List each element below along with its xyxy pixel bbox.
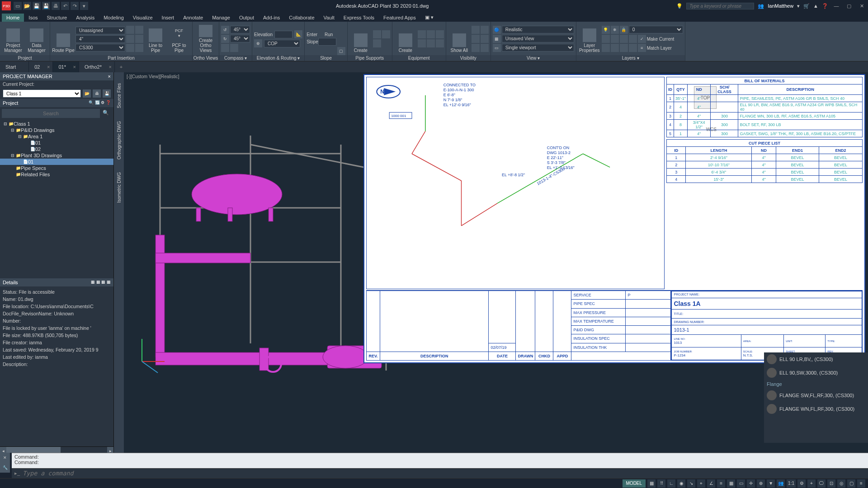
tree-node[interactable]: 📁Pipe Specs bbox=[0, 165, 113, 171]
qat-open-icon[interactable]: 📂 bbox=[23, 2, 31, 10]
pm-print-icon[interactable]: 🖶 bbox=[93, 89, 101, 98]
tree-node[interactable]: ⊟📁P&ID Drawings bbox=[0, 127, 113, 133]
tree-node[interactable]: 📄02 bbox=[0, 146, 113, 152]
catalog-item[interactable]: ELL 90,SW,3000, (CS300) bbox=[764, 366, 868, 380]
menu-tab-add-ins[interactable]: Add-ins bbox=[259, 14, 284, 22]
eq-4[interactable] bbox=[418, 39, 426, 47]
qat-more-icon[interactable]: ▾ bbox=[80, 2, 88, 10]
compass-tog-2[interactable] bbox=[230, 44, 238, 52]
menu-tab-collaborate[interactable]: Collaborate bbox=[284, 14, 319, 22]
vis-2[interactable] bbox=[481, 26, 489, 34]
sb-dyn-icon[interactable]: ⊕ bbox=[757, 479, 765, 488]
sb-snap-icon[interactable]: ⠿ bbox=[657, 479, 665, 488]
info-icon[interactable]: 💡 bbox=[676, 3, 683, 9]
menu-overflow[interactable]: ▣ ▾ bbox=[420, 13, 438, 22]
show-all-button[interactable]: Show All bbox=[448, 25, 471, 53]
cop-select[interactable]: COP bbox=[264, 40, 300, 47]
qat-plot-icon[interactable]: 🖶 bbox=[52, 2, 60, 10]
sb-ortho-icon[interactable]: ∟ bbox=[667, 479, 675, 488]
layer-lock[interactable]: 🔒 bbox=[620, 26, 628, 34]
menu-tab-isos[interactable]: Isos bbox=[24, 14, 42, 22]
file-tab[interactable]: Ortho2*× bbox=[79, 61, 115, 72]
vis-6[interactable] bbox=[481, 44, 489, 52]
pipe-size-select[interactable]: 4" bbox=[75, 35, 125, 43]
sb-clean-icon[interactable]: ▢ bbox=[847, 479, 855, 488]
compass-rot-left[interactable]: ↺ bbox=[221, 26, 229, 34]
signin-user[interactable]: IanMatthew bbox=[768, 3, 793, 9]
equip-create-button[interactable]: Create bbox=[394, 25, 417, 53]
sb-people-icon[interactable]: 👥 bbox=[777, 479, 785, 488]
menu-tab-vault[interactable]: Vault bbox=[319, 14, 339, 22]
sb-sel-icon[interactable]: ▭ bbox=[737, 479, 745, 488]
tree-node[interactable]: ⊟📁Plant 3D Drawings bbox=[0, 152, 113, 159]
menu-tab-insert[interactable]: Insert bbox=[157, 14, 179, 22]
tree-node[interactable]: ⊟📁Class 1 bbox=[0, 121, 113, 127]
menu-tab-express-tools[interactable]: Express Tools bbox=[339, 14, 379, 22]
eq-6[interactable] bbox=[436, 39, 444, 47]
sb-gear-icon[interactable]: ⚙ bbox=[797, 479, 806, 488]
help-icon[interactable]: ❓ bbox=[822, 3, 828, 9]
sb-gizmo-icon[interactable]: ✛ bbox=[747, 479, 755, 488]
ly-7[interactable] bbox=[620, 44, 628, 52]
viewport-select[interactable]: Single viewport bbox=[502, 44, 574, 52]
close-icon[interactable]: × bbox=[47, 64, 50, 70]
part-btn-5[interactable] bbox=[126, 44, 134, 52]
pm-save-icon[interactable]: 💾 bbox=[103, 89, 111, 98]
command-input[interactable] bbox=[23, 470, 865, 477]
named-view-select[interactable]: Unsaved View bbox=[502, 35, 574, 42]
ly-3[interactable] bbox=[620, 35, 628, 43]
sb-grid-icon[interactable]: ▦ bbox=[647, 479, 656, 488]
support-create-button[interactable]: Create bbox=[349, 25, 372, 53]
close-icon[interactable]: × bbox=[73, 64, 76, 70]
sb-monitor-icon[interactable]: 🖵 bbox=[817, 479, 826, 488]
compass-angle-1[interactable]: 45° bbox=[230, 26, 250, 33]
qat-redo-icon[interactable]: ↷ bbox=[71, 2, 79, 10]
catalog-item[interactable]: ELL 90 LR,BV,, (CS300) bbox=[764, 352, 868, 366]
catalog-item[interactable]: FLANGE WN,FL,RF,300, (CS300) bbox=[764, 402, 868, 416]
help-search-input[interactable] bbox=[686, 3, 754, 9]
cart-icon[interactable]: 🛒 bbox=[803, 3, 810, 9]
tree-node[interactable]: 📁Related Files bbox=[0, 171, 113, 178]
slope-input[interactable] bbox=[318, 38, 336, 46]
file-tab[interactable]: 02× bbox=[29, 61, 53, 72]
side-tab[interactable]: Source Files bbox=[117, 81, 122, 110]
menu-tab-featured-apps[interactable]: Featured Apps bbox=[379, 14, 420, 22]
part-btn-4[interactable] bbox=[135, 35, 143, 43]
pm-tools[interactable]: 🔍 🔃 ⚙ ❓ bbox=[89, 100, 111, 106]
sup-1[interactable] bbox=[373, 30, 381, 38]
details-tools[interactable]: ▦ ▦ ▦ ▦ bbox=[91, 280, 111, 285]
pm-scrollbar[interactable]: ◂▸ bbox=[0, 446, 113, 453]
layer-select[interactable]: 0 bbox=[629, 26, 683, 33]
close-icon[interactable]: × bbox=[109, 64, 112, 70]
compass-tog-1[interactable] bbox=[221, 44, 229, 52]
part-btn-6[interactable] bbox=[135, 44, 143, 52]
cmd-wrench-icon[interactable]: 🔧 bbox=[0, 463, 10, 473]
visual-style-select[interactable]: Realistic bbox=[502, 26, 574, 33]
menu-tab-home[interactable]: Home bbox=[2, 14, 24, 22]
ly-4[interactable] bbox=[629, 35, 637, 43]
line-to-pipe-button[interactable]: Line to Pipe bbox=[144, 25, 167, 53]
sb-hw-icon[interactable]: ⊡ bbox=[827, 479, 835, 488]
file-tab[interactable]: Start bbox=[0, 61, 29, 72]
eq-2[interactable] bbox=[427, 30, 435, 38]
line-number-select[interactable]: Unassigned bbox=[75, 27, 125, 34]
sb-polar-icon[interactable]: ◉ bbox=[677, 479, 685, 488]
compass-rot-right[interactable]: ↻ bbox=[221, 35, 229, 43]
part-btn-3[interactable] bbox=[126, 35, 134, 43]
menu-tab-analysis[interactable]: Analysis bbox=[71, 14, 99, 22]
cmd-close-icon[interactable]: ✕ bbox=[0, 453, 10, 463]
a360-icon[interactable]: ▲ bbox=[813, 3, 818, 9]
sb-lwt-icon[interactable]: ≡ bbox=[717, 479, 725, 488]
catalog-group[interactable]: Flange bbox=[764, 380, 868, 389]
pm-search-input[interactable] bbox=[2, 109, 100, 118]
sb-trans-icon[interactable]: ▦ bbox=[727, 479, 735, 488]
elevation-input[interactable] bbox=[274, 31, 292, 38]
sb-custom-icon[interactable]: ≡ bbox=[857, 479, 865, 488]
ly-5[interactable] bbox=[602, 44, 610, 52]
sup-3[interactable] bbox=[373, 39, 381, 47]
qat-save-icon[interactable]: 💾 bbox=[33, 2, 41, 10]
menu-tab-manage[interactable]: Manage bbox=[208, 14, 235, 22]
menu-tab-visualize[interactable]: Visualize bbox=[128, 14, 157, 22]
ly-8[interactable] bbox=[629, 44, 637, 52]
menu-tab-structure[interactable]: Structure bbox=[42, 14, 72, 22]
